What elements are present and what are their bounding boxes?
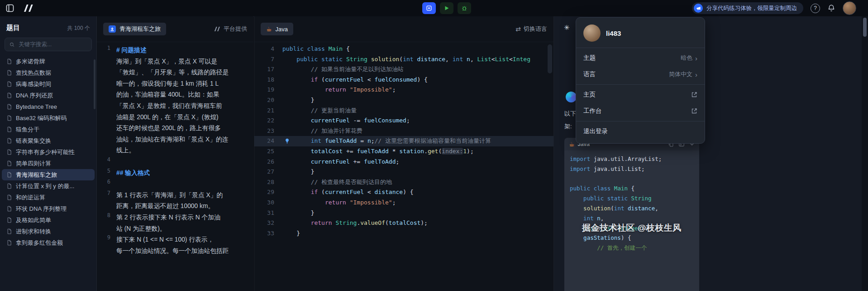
- promo-banner[interactable]: 分享代码练习体验，领限量定制周边: [692, 2, 803, 14]
- problem-description[interactable]: 1# 问题描述海湖」到「景点 X」，景点 X 可以是「敦煌」、「月牙泉」等，线路…: [97, 42, 253, 257]
- scrollbar-thumb[interactable]: [863, 18, 867, 37]
- code-line[interactable]: 7 public static String solution(int dist…: [254, 54, 553, 65]
- search-box[interactable]: [5, 38, 92, 51]
- line-number: 22: [254, 116, 282, 126]
- problem-text: 每一个加油站情况。每一个加油站包括距: [116, 246, 229, 257]
- app-logo-icon[interactable]: [23, 4, 34, 12]
- theme-menu-item[interactable]: 主题 暗色 ›: [576, 50, 705, 66]
- language-menu-item[interactable]: 语言 简体中文 ›: [576, 66, 705, 82]
- code-line[interactable]: 30 return "Impossible";: [254, 198, 553, 208]
- code-line[interactable]: public class Main {: [570, 184, 694, 194]
- sidebar-item-label: 查找热点数据: [16, 69, 51, 77]
- code-line[interactable]: gasStations) {: [570, 233, 694, 243]
- run-button[interactable]: [440, 2, 453, 14]
- problem-text: 距离，距离最远不超过 10000 km。: [116, 201, 214, 212]
- document-icon: [6, 81, 12, 87]
- sidebar-item[interactable]: 字符串有多少种可能性: [2, 146, 95, 158]
- code-line[interactable]: 33 }: [254, 228, 553, 239]
- page-scrollbar[interactable]: [862, 16, 868, 291]
- code-line[interactable]: 27 }: [254, 167, 553, 177]
- line-number: 27: [254, 167, 282, 177]
- code-line[interactable]: 23 // 加油并计算花费: [254, 126, 553, 136]
- sidebar-item[interactable]: Base32 编码和解码: [2, 112, 95, 124]
- home-menu-item[interactable]: 主页: [576, 87, 705, 103]
- search-input[interactable]: [18, 41, 87, 48]
- sidebar-item[interactable]: 青海湖租车之旅: [2, 169, 95, 180]
- code-line[interactable]: 18 if (currentFuel < fuelConsumed) {: [254, 75, 553, 85]
- code-line[interactable]: 24 int fuelToAdd = n;// 这里您需要根据油箱容量和当前油量…: [254, 136, 553, 146]
- problem-text: ## 输入格式: [116, 168, 150, 179]
- workspace-menu-item[interactable]: 工作台: [576, 103, 705, 119]
- code-line[interactable]: 25 totalCost += fuelToAdd * station.get(…: [254, 146, 553, 157]
- sidebar-item[interactable]: 多米诺骨牌: [2, 56, 95, 67]
- user-avatar[interactable]: [843, 1, 856, 15]
- sidebar-item-label: 进制求和转换: [16, 228, 51, 236]
- sidebar-header: 题目 共 100 个: [0, 16, 96, 32]
- sidebar-item[interactable]: 简单四则计算: [2, 158, 95, 169]
- document-icon: [6, 160, 12, 166]
- code-text: totalCost += fuelToAdd * station.get(ind…: [282, 146, 474, 157]
- sidebar-item[interactable]: 及格如此简单: [2, 214, 95, 226]
- code-line[interactable]: 20 }: [254, 95, 553, 106]
- editor-scrollbar[interactable]: [548, 44, 552, 73]
- code-line[interactable]: 28 // 检查最终是否能到达目的地: [254, 177, 553, 188]
- code-line[interactable]: import java.util.List;: [570, 164, 694, 174]
- code-line[interactable]: [570, 174, 694, 184]
- sidebar-item-label: 环状 DNA 序列整理: [16, 205, 67, 213]
- code-line[interactable]: 17 // 如果当前油量不足以到达加油站: [254, 64, 553, 75]
- code-line[interactable]: public static String: [570, 194, 694, 204]
- sidebar-toggle-icon[interactable]: [5, 4, 14, 13]
- code-line[interactable]: solution(int distance,: [570, 204, 694, 213]
- sidebar-item[interactable]: 计算位置 x 到 y 的最...: [2, 180, 95, 192]
- sidebar-item[interactable]: Bytedance Tree: [2, 101, 95, 112]
- sidebar-item[interactable]: 进制求和转换: [2, 226, 95, 237]
- line-number: 30: [254, 198, 282, 208]
- line-number: 4: [254, 44, 282, 54]
- code-line[interactable]: 26 currentFuel += fuelToAdd;: [254, 157, 553, 167]
- code-area[interactable]: 4public class Main {7 public static Stri…: [254, 42, 553, 238]
- switch-language-button[interactable]: ⇄ 切换语言: [515, 25, 547, 33]
- problem-text: 的油，车油箱容量 400L。比如：如果: [116, 89, 219, 101]
- code-text: if (currentFuel < fuelConsumed) {: [282, 75, 428, 85]
- answer-code[interactable]: import java.util.ArrayList;import java.u…: [564, 150, 699, 291]
- lightbulb-icon[interactable]: [284, 138, 290, 144]
- sidebar-scrollbar[interactable]: [94, 59, 95, 109]
- debug-button[interactable]: [458, 2, 471, 14]
- sidebar-item[interactable]: 拿到最多红包金额: [2, 237, 95, 248]
- notifications-icon[interactable]: [827, 4, 835, 12]
- sidebar-item[interactable]: 和的逆运算: [2, 192, 95, 203]
- help-icon[interactable]: ?: [811, 4, 820, 13]
- code-line[interactable]: import java.util.ArrayList;: [570, 154, 694, 164]
- line-number: 32: [254, 218, 282, 228]
- code-editor-panel: ☕ Java ⇄ 切换语言 4public class Main {7 publ…: [254, 16, 553, 291]
- code-line[interactable]: // 首先，创建一个: [570, 243, 694, 253]
- sidebar-item[interactable]: DNA 序列还原: [2, 90, 95, 101]
- code-text: solution(int distance,: [570, 204, 658, 213]
- code-text: import java.util.List;: [570, 164, 645, 174]
- watermark: 掘金技术社区 @枝枝生风: [582, 222, 682, 234]
- sidebar-item-label: 及格如此简单: [16, 216, 51, 224]
- sidebar-title: 题目: [6, 24, 20, 32]
- problem-tab[interactable]: 青海湖租车之旅: [103, 23, 166, 35]
- code-line[interactable]: 29 if (currentFuel < distance) {: [254, 187, 553, 198]
- code-line[interactable]: 4public class Main {: [254, 44, 553, 54]
- language-tab[interactable]: ☕ Java: [261, 23, 293, 35]
- code-line[interactable]: 19 return "Impossible";: [254, 85, 553, 95]
- sidebar-item-label: 链表聚集交换: [16, 137, 51, 145]
- code-line[interactable]: 31 }: [254, 208, 553, 218]
- sidebar-item[interactable]: 病毒感染时间: [2, 78, 95, 90]
- sidebar-item[interactable]: 猫鱼分干: [2, 124, 95, 135]
- sidebar-item[interactable]: 查找热点数据: [2, 67, 95, 78]
- insert-snippet-button[interactable]: [422, 2, 436, 14]
- platform-provided-label: 平台提供: [214, 25, 247, 33]
- code-text: }: [282, 167, 314, 177]
- sidebar-item[interactable]: 环状 DNA 序列整理: [2, 203, 95, 214]
- problem-line: 线上。: [97, 145, 253, 156]
- code-line[interactable]: 32 return String.valueOf(totalCost);: [254, 218, 553, 228]
- code-line[interactable]: 21 // 更新当前油量: [254, 106, 553, 116]
- code-line[interactable]: 22 currentFuel -= fuelConsumed;: [254, 116, 553, 126]
- sidebar-item[interactable]: 链表聚集交换: [2, 135, 95, 146]
- document-icon: [6, 115, 12, 121]
- logout-menu-item[interactable]: 退出登录: [576, 123, 705, 140]
- code-text: // 检查最终是否能到达目的地: [282, 177, 392, 188]
